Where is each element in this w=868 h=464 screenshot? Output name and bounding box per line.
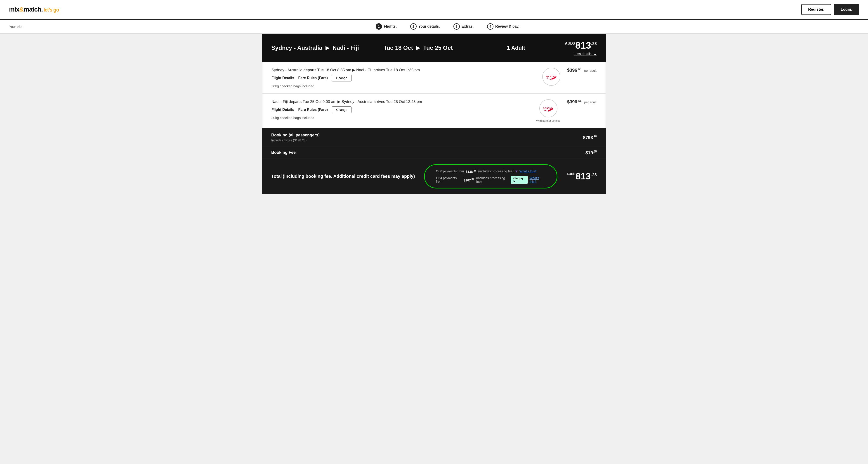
total-price-main: 813 [576, 171, 591, 181]
fare-rules-link-outbound[interactable]: Fare Rules (Fare) [298, 76, 328, 80]
flight-price-return: $396.64 per adult [567, 99, 596, 105]
step-4-label: Review & pay. [495, 24, 519, 29]
booking-price: $793.28 [583, 135, 597, 140]
laybuy-payment-line: Or 6 payments from $138.25 (includes pro… [436, 169, 546, 174]
trip-date-out: Tue 18 Oct [383, 44, 413, 51]
airline-logo-outbound: QANTAS [542, 68, 560, 86]
afterpay-amount-main: $207 [464, 178, 471, 182]
less-details-button[interactable]: Less details. ▲ [565, 52, 597, 56]
trip-price-main: 813 [575, 40, 591, 51]
total-row: Total (including booking fee. Additional… [262, 158, 606, 194]
flight-details-link-return[interactable]: Flight Details [272, 108, 294, 112]
flight-actions-outbound: Flight Details Fare Rules (Fare) Change [272, 75, 538, 82]
payment-options: Or 6 payments from $138.25 (includes pro… [424, 164, 557, 188]
baggage-outbound: 30kg checked bags included [272, 84, 538, 88]
flight-info-row-return: Nadi - Fiji departs Tue 25 Oct 9:00 am ▶… [272, 99, 596, 122]
afterpay-payment-line: Or 4 payments from $207.37 (includes pro… [436, 176, 546, 184]
step-your-details[interactable]: 2 Your details. [410, 23, 440, 30]
per-adult-outbound: per adult [584, 69, 596, 72]
booking-fee-row: Booking Fee $19.95 [262, 147, 606, 158]
logo-mix: mix [9, 6, 19, 13]
laybuy-icon: ♥ [515, 169, 518, 174]
price-cents-outbound: .64 [577, 68, 582, 71]
price-main-outbound: $396 [567, 68, 577, 72]
flight-route-text-outbound: Sydney - Australia departs Tue 18 Oct 8:… [272, 68, 538, 72]
laybuy-amount: $138.25 [466, 169, 476, 174]
airline-circle-return: QANTAS [539, 99, 557, 117]
booking-taxes-label: Includes Taxes ($198.28) [271, 139, 320, 142]
logo-match: match. [24, 6, 42, 13]
fare-rules-outbound: Fare Rules (Fare) [298, 76, 328, 80]
afterpay-whats-this-link[interactable]: What's this? [530, 176, 546, 183]
logo-letsgo: let's go [43, 7, 59, 13]
trip-passengers: 1 Adult [467, 45, 565, 51]
change-button-outbound[interactable]: Change [332, 75, 351, 82]
total-price: AUD$ 813 .23 [566, 171, 597, 181]
price-cents-return: .64 [577, 99, 582, 103]
laybuy-cents: .25 [473, 169, 476, 172]
login-button[interactable]: Login. [834, 4, 859, 15]
flight-info-row-outbound: Sydney - Australia departs Tue 18 Oct 8:… [272, 68, 596, 88]
svg-marker-5 [543, 110, 548, 112]
trip-price-block: AUD$ 813 .23 Less details. ▲ [565, 40, 597, 56]
flight-info-left-return: Nadi - Fiji departs Tue 25 Oct 9:00 am ▶… [272, 99, 532, 120]
step-3-label: Extras. [462, 24, 473, 29]
step-3-circle: 3 [454, 23, 460, 30]
trip-dates: Tue 18 Oct ▶ Tue 25 Oct [369, 44, 467, 51]
step-1-label: Flights. [384, 24, 397, 29]
laybuy-processing-text: (includes processing fee) [478, 169, 514, 173]
register-button[interactable]: Register. [801, 4, 831, 15]
step-4-circle: 4 [487, 23, 493, 30]
booking-price-cents: .28 [593, 135, 597, 138]
trip-price: AUD$ 813 .23 [565, 40, 597, 51]
fare-type-return: (Fare) [318, 108, 328, 112]
header-buttons: Register. Login. [801, 4, 859, 15]
total-label: Total [271, 174, 282, 179]
laybuy-text: Or 6 payments from [436, 169, 464, 173]
step-2-label: Your details. [418, 24, 440, 29]
fare-rules-label-outbound: Fare Rules [298, 76, 317, 80]
trip-destination: Nadi - Fiji [333, 44, 359, 51]
trip-origin: Sydney - Australia [271, 44, 322, 51]
step-review-pay[interactable]: 4 Review & pay. [487, 23, 519, 30]
price-main-return: $396 [567, 99, 577, 104]
afterpay-text: Or 4 payments from [436, 176, 462, 183]
flight-price-outbound: $396.64 per adult [567, 68, 596, 73]
step-flights[interactable]: 1 Flights. [376, 23, 397, 30]
airline-circle-outbound: QANTAS [542, 68, 560, 86]
payment-oval: Or 6 payments from $138.25 (includes pro… [424, 164, 557, 188]
trip-price-cents: .23 [591, 41, 597, 46]
airline-logo-return: QANTAS With partner airlines [536, 99, 560, 122]
fee-price-cents: .95 [593, 150, 597, 153]
flight-section-return: Nadi - Fiji departs Tue 25 Oct 9:00 am ▶… [262, 94, 606, 128]
fare-rules-link-return[interactable]: Fare Rules (Fare) [298, 108, 328, 112]
your-trip-label: Your trip: [9, 25, 22, 29]
route-arrow-icon: ▶ [326, 45, 329, 51]
progress-bar: Your trip: 1 Flights. 2 Your details. 3 … [0, 20, 868, 34]
partner-airlines-text: With partner airlines [536, 119, 560, 122]
afterpay-cents: .37 [471, 178, 474, 180]
fare-rules-return: Fare Rules (Fare) [298, 108, 328, 112]
booking-price-main: $793 [583, 135, 593, 140]
total-label-block: Total (including booking fee. Additional… [271, 174, 415, 179]
change-button-return[interactable]: Change [332, 106, 351, 113]
booking-fee-price: $19.95 [585, 150, 597, 155]
fee-price-main: $19 [585, 150, 593, 155]
afterpay-badge-icon: afterpay ➤ [510, 176, 528, 184]
flight-route-text-return: Nadi - Fiji departs Tue 25 Oct 9:00 am ▶… [272, 99, 532, 104]
total-price-cents: .23 [591, 173, 597, 177]
fare-rules-label-return: Fare Rules [298, 108, 317, 112]
logo-ampersand: & [19, 6, 24, 13]
baggage-return: 30kg checked bags included [272, 116, 532, 120]
flight-details-link-outbound[interactable]: Flight Details [272, 76, 294, 80]
step-extras[interactable]: 3 Extras. [454, 23, 473, 30]
step-1-circle: 1 [376, 23, 382, 30]
per-adult-return: per adult [584, 100, 596, 104]
svg-marker-2 [546, 79, 552, 80]
qantas-svg-return: QANTAS [542, 104, 555, 113]
total-price-currency: AUD$ [566, 172, 575, 176]
flight-section-outbound: Sydney - Australia departs Tue 18 Oct 8:… [262, 62, 606, 94]
laybuy-whats-this-link[interactable]: What's this? [520, 169, 537, 173]
progress-steps: 1 Flights. 2 Your details. 3 Extras. 4 R… [36, 23, 859, 30]
dates-arrow-icon: ▶ [416, 45, 420, 51]
